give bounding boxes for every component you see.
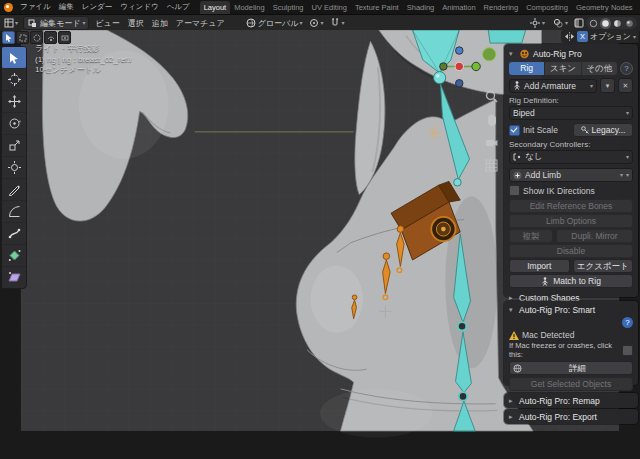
extrude-tool[interactable]: [2, 245, 26, 267]
menu-help[interactable]: ヘルプ: [163, 0, 194, 14]
show-gizmo-dropdown[interactable]: ▾: [527, 15, 548, 31]
menu-edit[interactable]: 編集: [55, 0, 78, 14]
workspace-tab-texture-paint[interactable]: Texture Paint: [351, 1, 403, 14]
nav-gizmo-axis-ball[interactable]: [483, 48, 496, 61]
select-menu[interactable]: 選択: [124, 18, 148, 29]
shading-material-toggle[interactable]: [612, 18, 623, 29]
add-limb-dropdown[interactable]: Add Limb ▾ ▾: [509, 168, 633, 182]
blender-window: ファイル 編集 レンダー ウィンドウ ヘルプ Layout Modeling S…: [0, 0, 640, 459]
help-icon[interactable]: ?: [622, 317, 633, 328]
transform-tool[interactable]: [2, 157, 26, 179]
controller-icon: [513, 153, 522, 161]
details-label: 詳細: [526, 362, 629, 374]
smart-panel-title: Auto-Rig Pro: Smart: [519, 305, 595, 315]
workspace-tab-animation[interactable]: Animation: [438, 1, 479, 14]
snap-dropdown[interactable]: ▾: [327, 15, 348, 31]
chevron-down-icon: ▾: [82, 20, 85, 26]
shading-rendered-toggle[interactable]: [624, 18, 635, 29]
secondary-controllers-dropdown[interactable]: なし ▾: [509, 150, 633, 164]
orthographic-grid-icon[interactable]: [483, 157, 499, 173]
menu-file[interactable]: ファイル: [16, 0, 55, 14]
select-box-tool[interactable]: [2, 47, 26, 69]
transform-orientation-dropdown[interactable]: グローバル ▾: [243, 15, 306, 31]
get-selected-objects-button[interactable]: Get Selected Objects: [509, 377, 633, 391]
import-button[interactable]: Import: [509, 259, 570, 273]
workspace-tab-compositing[interactable]: Compositing: [522, 1, 572, 14]
tool-option-icon-3[interactable]: [44, 31, 57, 44]
workspace-tab-uv-editing[interactable]: UV Editing: [307, 1, 350, 14]
match-icon: [541, 277, 549, 286]
mac-note-checkbox[interactable]: [622, 345, 633, 356]
disable-button[interactable]: Disable: [509, 244, 633, 258]
pan-hand-icon[interactable]: [483, 111, 499, 127]
options-dropdown[interactable]: オプション: [590, 31, 631, 42]
workspace-tab-scripting[interactable]: Scripting: [637, 1, 640, 14]
help-icon[interactable]: ?: [620, 62, 633, 75]
workspace-tab-geometry-nodes[interactable]: Geometry Nodes: [572, 1, 637, 14]
match-to-rig-button[interactable]: Match to Rig: [509, 274, 633, 288]
xray-toggle[interactable]: [573, 18, 584, 29]
mirror-x-toggle[interactable]: X: [577, 31, 588, 42]
blender-logo[interactable]: [4, 2, 13, 12]
zoom-icon[interactable]: [483, 88, 499, 104]
camera-view-icon[interactable]: [483, 134, 499, 150]
scale-tool[interactable]: [2, 135, 26, 157]
workspace-tab-sculpting[interactable]: Sculpting: [269, 1, 308, 14]
topbar: ファイル 編集 レンダー ウィンドウ ヘルプ Layout Modeling S…: [0, 0, 640, 14]
view-menu[interactable]: ビュー: [91, 18, 123, 29]
tool-option-icon-2[interactable]: [30, 31, 43, 44]
show-overlays-dropdown[interactable]: ▾: [550, 15, 571, 31]
tool-option-icon-4[interactable]: [58, 31, 71, 44]
move-tool[interactable]: [2, 91, 26, 113]
smart-panel-header[interactable]: ▾ Auto-Rig Pro: Smart: [509, 304, 633, 316]
export-button[interactable]: エクスポート: [573, 259, 634, 273]
tab-misc[interactable]: その他: [582, 62, 617, 75]
panel-header[interactable]: ▾ Auto-Rig Pro: [509, 47, 633, 60]
chevron-down-icon: ▾: [620, 172, 623, 178]
pivot-point-dropdown[interactable]: ▾: [305, 15, 326, 31]
shading-wireframe-toggle[interactable]: [588, 18, 599, 29]
dupli-mirror-button[interactable]: Dupli. Mirror: [556, 229, 633, 243]
shading-solid-toggle[interactable]: [600, 18, 611, 29]
armature-menu[interactable]: アーマチュア: [172, 18, 229, 29]
tab-rig[interactable]: Rig: [509, 62, 545, 75]
mode-dropdown[interactable]: 編集モード ▾: [23, 16, 89, 30]
workspace-tab-rendering[interactable]: Rendering: [480, 1, 523, 14]
rig-definition-dropdown[interactable]: Biped ▾: [509, 106, 633, 120]
limb-options-button[interactable]: Limb Options: [509, 214, 633, 228]
legacy-button[interactable]: Legacy...: [573, 123, 633, 137]
init-scale-label: Init Scale: [523, 125, 570, 135]
armature-browse-button[interactable]: ▾: [600, 78, 615, 93]
panel-expand-icon[interactable]: ▾: [509, 50, 516, 58]
edit-mode-icon: [27, 18, 38, 29]
pivot-point-icon: [308, 18, 319, 29]
roll-tool[interactable]: [2, 223, 26, 245]
menu-window[interactable]: ウィンドウ: [116, 0, 162, 14]
duplicate-button[interactable]: 複製: [509, 229, 553, 243]
workspace-tab-shading[interactable]: Shading: [403, 1, 439, 14]
annotate-tool[interactable]: [2, 179, 26, 201]
details-button[interactable]: 詳細: [509, 361, 633, 375]
tab-skin[interactable]: スキン: [545, 62, 581, 75]
key-icon: [581, 126, 589, 134]
cursor-tool[interactable]: [2, 69, 26, 91]
armature-unlink-button[interactable]: ✕: [618, 78, 633, 93]
edit-reference-bones-button[interactable]: Edit Reference Bones: [509, 199, 633, 213]
import-export-row: Import エクスポート: [509, 259, 633, 273]
editor-type-dropdown[interactable]: ▾: [0, 15, 21, 31]
armature-select-dropdown[interactable]: Add Armature ▾: [509, 79, 597, 93]
show-ik-directions-checkbox[interactable]: [509, 185, 520, 196]
rotate-tool[interactable]: [2, 113, 26, 135]
tool-option-icon-1[interactable]: [16, 31, 29, 44]
add-menu[interactable]: 追加: [148, 18, 172, 29]
workspace-tab-modeling[interactable]: Modeling: [230, 1, 268, 14]
arp-remap-panel[interactable]: ▸ Auto-Rig Pro: Remap: [504, 393, 638, 408]
init-scale-checkbox[interactable]: [509, 125, 520, 136]
shear-tool[interactable]: [2, 267, 26, 288]
measure-tool[interactable]: [2, 201, 26, 223]
menu-render[interactable]: レンダー: [78, 0, 117, 14]
section-collapsed-icon: ▸: [509, 413, 516, 421]
active-tool-icon[interactable]: [2, 31, 15, 44]
workspace-tab-layout[interactable]: Layout: [200, 1, 231, 14]
arp-export-panel[interactable]: ▸ Auto-Rig Pro: Export: [504, 409, 638, 424]
